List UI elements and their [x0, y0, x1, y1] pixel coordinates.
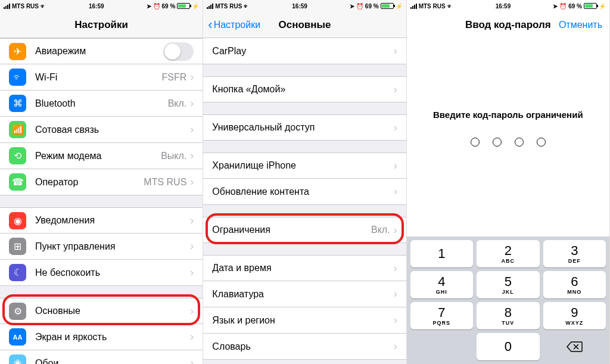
row-accessibility[interactable]: Универсальный доступ › [203, 114, 406, 141]
row-label: Кнопка «Домой» [212, 84, 393, 95]
chevron-right-icon: › [190, 123, 194, 136]
control-center-icon: ⊞ [9, 238, 26, 255]
page-title: Основные [278, 19, 331, 31]
chevron-right-icon: › [190, 214, 194, 227]
keypad-6[interactable]: 6MNO [543, 271, 606, 298]
keypad-0[interactable]: 0 [477, 333, 539, 360]
row-label: Пункт управления [35, 241, 190, 252]
chevron-right-icon: › [190, 266, 194, 279]
chevron-right-icon: › [190, 150, 194, 162]
keypad-4[interactable]: 4GHI [410, 271, 473, 298]
row-label: Уведомления [35, 215, 190, 226]
row-dictionary[interactable]: Словарь › [203, 334, 406, 360]
row-value: MTS RUS [144, 177, 186, 188]
row-date-time[interactable]: Дата и время › [203, 255, 406, 281]
row-carplay[interactable]: CarPlay › [203, 38, 406, 64]
general-list[interactable]: CarPlay › Кнопка «Домой» › Универсальный… [203, 38, 406, 364]
charging-icon: ⚡ [599, 3, 606, 10]
status-time: 16:59 [46, 3, 147, 10]
row-restrictions[interactable]: Ограничения Вкл. › [203, 217, 406, 243]
battery-pct: 69 % [162, 3, 176, 10]
chevron-right-icon: › [190, 97, 194, 110]
display-icon: AA [9, 328, 26, 346]
chevron-right-icon: › [190, 71, 194, 83]
chevron-right-icon: › [394, 45, 397, 57]
back-label: Настройки [214, 20, 260, 30]
row-display[interactable]: AA Экран и яркость › [0, 324, 203, 350]
charging-icon: ⚡ [396, 3, 403, 10]
row-carrier[interactable]: ☎ Оператор MTS RUS › [0, 169, 203, 195]
row-wifi[interactable]: ᯤ Wi-Fi FSFR › [0, 64, 203, 91]
row-value: Вкл. [168, 98, 187, 109]
location-icon: ➤ [553, 3, 558, 10]
passcode-dot [493, 138, 502, 147]
battery-icon [584, 3, 597, 9]
cancel-button[interactable]: Отменить [559, 20, 602, 30]
nav-header: Настройки [0, 12, 203, 38]
row-dnd[interactable]: ☾ Не беспокоить › [0, 260, 203, 286]
keypad-3[interactable]: 3DEF [543, 240, 606, 267]
keypad-5[interactable]: 5JKL [477, 271, 539, 298]
row-home-button[interactable]: Кнопка «Домой» › [203, 76, 406, 102]
row-label: Словарь [212, 341, 393, 352]
row-value: Вкл. [371, 225, 390, 235]
page-title: Ввод код-пароля [465, 19, 551, 31]
row-bluetooth[interactable]: ⌘ Bluetooth Вкл. › [0, 91, 203, 117]
chevron-right-icon: › [394, 314, 397, 326]
chevron-right-icon: › [394, 160, 397, 172]
chevron-right-icon: › [394, 288, 397, 300]
row-background-refresh[interactable]: Обновление контента › [203, 179, 406, 205]
chevron-right-icon: › [394, 185, 397, 198]
row-keyboard[interactable]: Клавиатура › [203, 281, 406, 307]
chevron-right-icon: › [394, 122, 397, 134]
keypad-2[interactable]: 2ABC [477, 240, 539, 267]
signal-icon [410, 4, 417, 9]
row-value: FSFR [162, 72, 187, 83]
battery-icon [381, 3, 394, 9]
chevron-left-icon: ‹ [208, 18, 212, 32]
carrier-label: MTS RUS [12, 3, 39, 10]
charging-icon: ⚡ [192, 3, 199, 10]
keypad-7[interactable]: 7PQRS [410, 302, 473, 329]
row-hotspot[interactable]: ⟲ Режим модема Выкл. › [0, 143, 203, 169]
keypad-8[interactable]: 8TUV [477, 302, 539, 329]
wifi-icon: ᯤ [9, 69, 26, 86]
row-label: Bluetooth [35, 98, 168, 109]
row-general[interactable]: ⚙ Основные › [0, 298, 203, 324]
back-button[interactable]: ‹ Настройки [208, 18, 260, 32]
notifications-icon: ◉ [9, 212, 26, 229]
passcode-dots [471, 138, 546, 147]
chevron-right-icon: › [190, 357, 194, 364]
row-language-region[interactable]: Язык и регион › [203, 307, 406, 334]
row-storage[interactable]: Хранилище iPhone › [203, 153, 406, 179]
row-label: Обои [35, 358, 190, 365]
row-label: Дата и время [212, 263, 393, 273]
row-notifications[interactable]: ◉ Уведомления › [0, 207, 203, 234]
keypad-delete[interactable] [543, 333, 606, 360]
row-label: Язык и регион [212, 315, 393, 326]
keypad-9[interactable]: 9WXYZ [543, 302, 606, 329]
status-time: 16:59 [250, 3, 350, 10]
row-control-center[interactable]: ⊞ Пункт управления › [0, 234, 203, 260]
row-label: Ограничения [212, 225, 371, 235]
battery-pct: 69 % [568, 3, 582, 10]
row-label: Wi-Fi [35, 72, 162, 83]
row-airplane[interactable]: ✈ Авиарежим [0, 38, 203, 64]
status-bar: MTS RUS ᯤ 16:59 ➤ ⏰ 69 % ⚡ [0, 0, 203, 12]
row-label: Клавиатура [212, 289, 393, 300]
airplane-toggle[interactable] [163, 42, 194, 61]
backspace-icon [566, 341, 583, 353]
chevron-right-icon: › [190, 176, 194, 188]
row-wallpaper[interactable]: ❀ Обои › [0, 350, 203, 364]
page-title: Настройки [74, 19, 128, 31]
wallpaper-icon: ❀ [9, 354, 26, 364]
keypad-1[interactable]: 1 [410, 240, 473, 267]
chevron-right-icon: › [394, 340, 397, 353]
chevron-right-icon: › [190, 331, 194, 343]
hotspot-icon: ⟲ [9, 147, 26, 164]
row-value: Выкл. [161, 151, 186, 161]
settings-list[interactable]: ✈ Авиарежим ᯤ Wi-Fi FSFR › ⌘ Bluetooth В… [0, 38, 203, 364]
bluetooth-icon: ⌘ [9, 95, 26, 112]
row-cellular[interactable]: 📶 Сотовая связь › [0, 117, 203, 143]
row-label: Не беспокоить [35, 267, 190, 278]
